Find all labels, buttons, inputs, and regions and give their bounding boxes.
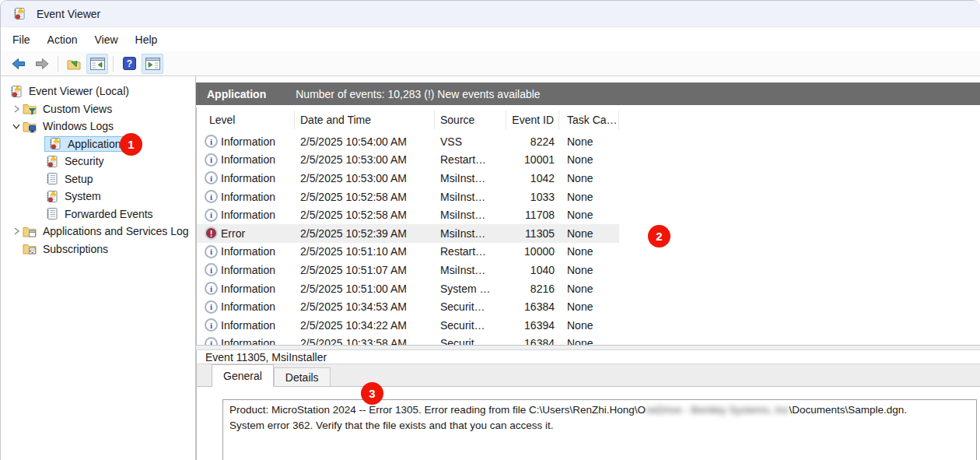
event-table: Level Date and Time Source Event ID Task… [196, 107, 980, 345]
information-level-icon: i [205, 263, 218, 276]
level-text: Information [221, 191, 275, 203]
forward-button[interactable] [31, 54, 53, 74]
annotation-badge-2: 2 [648, 225, 670, 248]
open-saved-log-button[interactable] [63, 54, 85, 74]
task-cell: None [559, 264, 619, 276]
tree-item-label: Event Viewer (Local) [26, 84, 132, 98]
tree-item-subscriptions[interactable]: Subscriptions [1, 241, 195, 258]
title-bar: Event Viewer [1, 1, 980, 26]
event-id-cell: 16384 [506, 337, 559, 345]
table-column-headers: Level Date and Time Source Event ID Task… [197, 107, 980, 132]
event-id-cell: 1040 [506, 264, 559, 276]
back-button[interactable] [8, 54, 30, 74]
toolbar-separator [113, 56, 114, 72]
tree-item-windows-logs[interactable]: Windows Logs [1, 118, 195, 135]
tab-general[interactable]: General [212, 364, 274, 387]
column-header-source[interactable]: Source [435, 111, 506, 129]
event-row[interactable]: iInformation2/5/2025 10:51:00 AMSystem …… [197, 279, 619, 298]
error-level-icon: ! [205, 226, 218, 240]
annotation-badge-1: 1 [120, 133, 142, 156]
chevron-right-icon[interactable] [10, 104, 23, 114]
menu-action[interactable]: Action [39, 30, 86, 49]
tree-item-event-viewer-local-[interactable]: Event Viewer (Local) [1, 83, 195, 100]
event-row[interactable]: iInformation2/5/2025 10:33:58 AMSecurit…… [197, 335, 619, 345]
datetime-cell: 2/5/2025 10:52:58 AM [295, 191, 435, 203]
column-header-level[interactable]: Level [197, 111, 295, 129]
tree-item-label: Windows Logs [40, 119, 117, 133]
source-cell: MsiInst… [435, 209, 506, 221]
svg-text:?: ? [126, 58, 131, 69]
event-id-cell: 1042 [506, 172, 559, 184]
datetime-cell: 2/5/2025 10:51:00 AM [295, 283, 435, 295]
help-button[interactable]: ? [118, 54, 140, 74]
column-header-datetime[interactable]: Date and Time [295, 111, 435, 129]
event-id-cell: 16394 [506, 319, 559, 332]
event-row[interactable]: iInformation2/5/2025 10:52:58 AMMsiInst…… [197, 205, 619, 224]
action-pane-button[interactable] [142, 54, 163, 74]
tree-item-system[interactable]: System [1, 188, 195, 205]
information-level-icon: i [205, 190, 218, 203]
tree-item-label: Applications and Services Log [40, 224, 192, 238]
information-level-icon: i [205, 282, 218, 295]
event-row[interactable]: iInformation2/5/2025 10:54:00 AMVSS8224N… [197, 132, 619, 151]
menu-bar: FileActionViewHelp [1, 26, 980, 51]
datetime-cell: 2/5/2025 10:53:00 AM [295, 153, 435, 166]
event-id-cell: 1033 [506, 191, 559, 203]
task-cell: None [559, 300, 619, 313]
source-cell: Securit… [435, 337, 506, 345]
event-row[interactable]: iInformation2/5/2025 10:51:07 AMMsiInst…… [197, 261, 619, 279]
log-plain-icon [44, 207, 58, 220]
tree-item-application[interactable]: Application [1, 135, 195, 153]
tree-item-security[interactable]: Security [1, 153, 195, 170]
level-text: Error [221, 227, 245, 240]
column-header-eventid[interactable]: Event ID [506, 111, 559, 129]
folder-filter-icon [23, 102, 37, 115]
source-cell: VSS [435, 135, 506, 148]
datetime-cell: 2/5/2025 10:34:53 AM [295, 300, 435, 313]
information-level-icon: i [205, 300, 218, 314]
level-text: Information [221, 135, 275, 148]
datetime-cell: 2/5/2025 10:52:58 AM [295, 209, 435, 221]
task-cell: None [559, 191, 619, 203]
chevron-right-icon[interactable] [10, 226, 23, 236]
datetime-cell: 2/5/2025 10:53:00 AM [295, 172, 435, 184]
event-row[interactable]: iInformation2/5/2025 10:34:53 AMSecurit…… [197, 297, 619, 316]
event-row[interactable]: iInformation2/5/2025 10:51:10 AMRestart…… [197, 243, 619, 262]
event-row[interactable]: iInformation2/5/2025 10:52:58 AMMsiInst…… [197, 188, 619, 206]
chevron-down-icon[interactable] [10, 123, 23, 130]
tab-details[interactable]: Details [274, 367, 331, 387]
event-row[interactable]: iInformation2/5/2025 10:53:00 AMRestart…… [197, 151, 619, 170]
open-saved-log-icon [66, 57, 82, 71]
level-text: Information [221, 300, 275, 313]
source-cell: MsiInst… [435, 172, 506, 184]
horizontal-splitter[interactable] [196, 345, 980, 350]
event-id-cell: 11708 [506, 209, 559, 221]
datetime-cell: 2/5/2025 10:52:39 AM [295, 227, 435, 240]
event-row-selected[interactable]: !Error2/5/2025 10:52:39 AMMsiInst…11305N… [197, 224, 619, 243]
information-level-icon: i [205, 318, 218, 332]
event-row[interactable]: iInformation2/5/2025 10:34:22 AMSecurit…… [197, 316, 619, 335]
tree-item-custom-views[interactable]: Custom Views [1, 100, 195, 118]
event-id-cell: 11305 [506, 227, 559, 240]
event-rows: iInformation2/5/2025 10:54:00 AMVSS8224N… [197, 132, 980, 345]
level-text: Information [221, 264, 275, 276]
source-cell: Restart… [435, 153, 506, 166]
tree-item-applications-and-services-log[interactable]: Applications and Services Log [1, 223, 195, 241]
menu-view[interactable]: View [86, 30, 126, 49]
tree-item-setup[interactable]: Setup [1, 170, 195, 188]
event-description[interactable]: Product: MicroStation 2024 -- Error 1305… [222, 399, 977, 460]
information-level-icon: i [205, 135, 218, 148]
event-row[interactable]: iInformation2/5/2025 10:53:00 AMMsiInst…… [197, 169, 619, 188]
menu-file[interactable]: File [4, 30, 39, 49]
tree-item-label: Subscriptions [40, 242, 111, 256]
task-cell: None [559, 135, 619, 148]
eventviewer-icon [9, 85, 23, 98]
tree-item-forwarded-events[interactable]: Forwarded Events [1, 205, 195, 223]
console-tree-button[interactable] [86, 54, 108, 74]
column-header-taskcategory[interactable]: Task Ca… [559, 111, 619, 129]
menu-help[interactable]: Help [127, 30, 166, 49]
console-tree-icon [90, 58, 105, 70]
folder-window-icon [23, 225, 37, 238]
task-cell: None [559, 153, 619, 166]
event-id-cell: 8224 [506, 135, 559, 148]
